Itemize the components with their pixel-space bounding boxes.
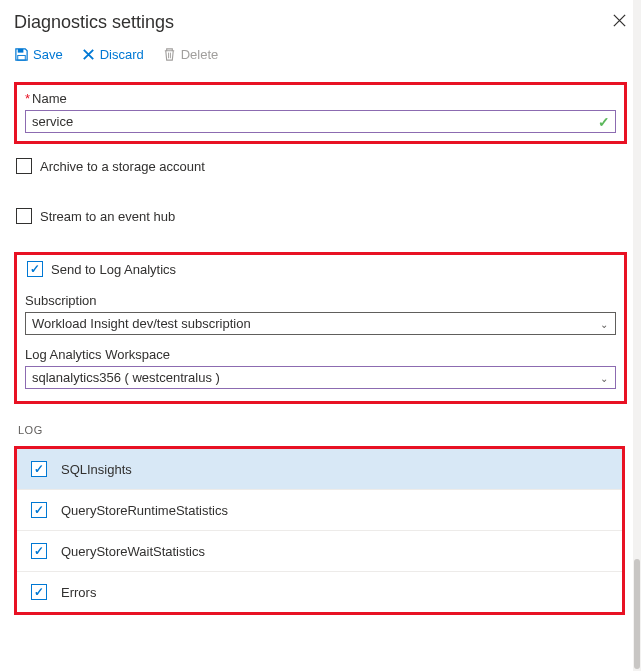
- svg-rect-1: [18, 55, 26, 60]
- required-asterisk: *: [25, 91, 30, 106]
- discard-icon: [81, 47, 96, 62]
- archive-checkbox[interactable]: [16, 158, 32, 174]
- archive-label: Archive to a storage account: [40, 159, 205, 174]
- stream-label: Stream to an event hub: [40, 209, 175, 224]
- highlight-name-section: *Name ✓: [14, 82, 627, 144]
- log-row[interactable]: QueryStoreWaitStatistics: [17, 531, 622, 572]
- highlight-log-analytics-section: Send to Log Analytics Subscription Workl…: [14, 252, 627, 404]
- scrollbar-track[interactable]: [633, 0, 641, 671]
- log-checkbox[interactable]: [31, 584, 47, 600]
- log-row[interactable]: SQLInsights: [17, 449, 622, 490]
- delete-button: Delete: [162, 47, 219, 62]
- workspace-select[interactable]: sqlanalytics356 ( westcentralus ): [25, 366, 616, 389]
- log-item-label: QueryStoreWaitStatistics: [61, 544, 205, 559]
- valid-check-icon: ✓: [598, 114, 610, 130]
- log-checkbox[interactable]: [31, 502, 47, 518]
- highlight-log-list: SQLInsights QueryStoreRuntimeStatistics …: [14, 446, 625, 615]
- send-log-analytics-checkbox[interactable]: [27, 261, 43, 277]
- send-log-analytics-label: Send to Log Analytics: [51, 262, 176, 277]
- delete-label: Delete: [181, 47, 219, 62]
- delete-icon: [162, 47, 177, 62]
- close-button[interactable]: [612, 13, 627, 32]
- page-title: Diagnostics settings: [14, 12, 174, 33]
- save-button[interactable]: Save: [14, 47, 63, 62]
- log-checkbox[interactable]: [31, 461, 47, 477]
- workspace-label: Log Analytics Workspace: [25, 347, 616, 362]
- scrollbar-thumb[interactable]: [634, 559, 640, 669]
- subscription-select[interactable]: Workload Insight dev/test subscription: [25, 312, 616, 335]
- log-item-label: QueryStoreRuntimeStatistics: [61, 503, 228, 518]
- log-list: SQLInsights QueryStoreRuntimeStatistics …: [17, 449, 622, 612]
- close-icon: [612, 13, 627, 28]
- subscription-label: Subscription: [25, 293, 616, 308]
- log-heading: LOG: [18, 424, 627, 436]
- svg-rect-0: [18, 49, 24, 53]
- log-item-label: Errors: [61, 585, 96, 600]
- save-label: Save: [33, 47, 63, 62]
- log-item-label: SQLInsights: [61, 462, 132, 477]
- log-checkbox[interactable]: [31, 543, 47, 559]
- discard-label: Discard: [100, 47, 144, 62]
- name-input[interactable]: [25, 110, 616, 133]
- log-row[interactable]: Errors: [17, 572, 622, 612]
- discard-button[interactable]: Discard: [81, 47, 144, 62]
- log-row[interactable]: QueryStoreRuntimeStatistics: [17, 490, 622, 531]
- save-icon: [14, 47, 29, 62]
- stream-checkbox[interactable]: [16, 208, 32, 224]
- name-label: *Name: [25, 91, 616, 106]
